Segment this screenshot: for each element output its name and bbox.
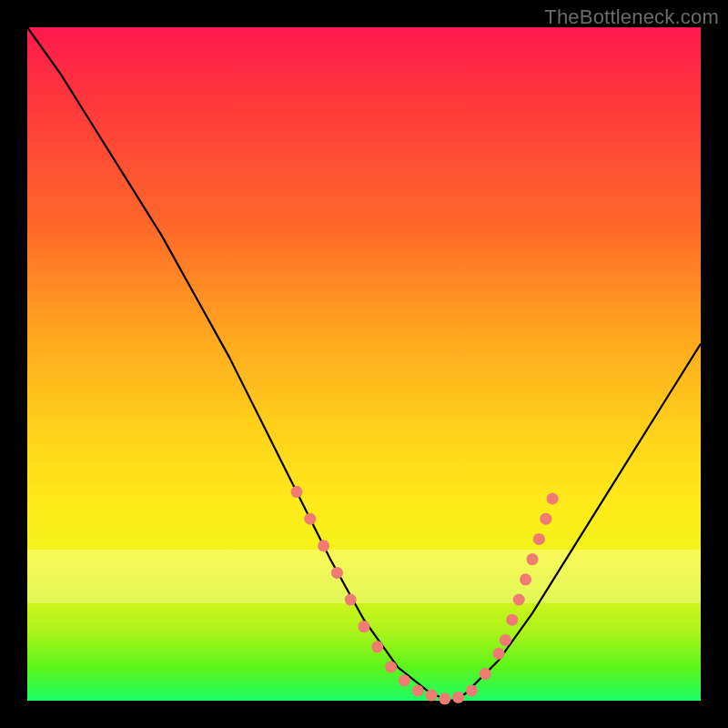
curve-marker xyxy=(466,684,478,696)
curve-marker xyxy=(385,662,397,673)
curve-marker xyxy=(371,641,383,652)
curve-marker xyxy=(533,533,545,545)
chart-frame: TheBottleneck.com xyxy=(0,0,728,728)
curve-marker xyxy=(493,648,505,660)
curve-marker xyxy=(506,614,518,626)
curve-svg xyxy=(27,27,701,701)
curve-marker xyxy=(547,493,559,505)
curve-marker xyxy=(412,684,424,696)
curve-marker xyxy=(439,693,450,704)
curve-marker xyxy=(540,513,551,525)
curve-marker xyxy=(304,513,316,525)
curve-marker xyxy=(480,668,491,680)
curve-marker xyxy=(318,540,329,551)
curve-marker xyxy=(520,573,531,585)
curve-marker xyxy=(331,567,343,579)
curve-marker xyxy=(359,621,370,632)
plot-area xyxy=(27,27,701,701)
curve-marker xyxy=(345,594,357,606)
curve-marker xyxy=(527,553,539,565)
highlighted-points xyxy=(291,486,559,704)
curve-marker xyxy=(426,690,438,702)
curve-marker xyxy=(291,486,303,498)
watermark-text: TheBottleneck.com xyxy=(544,5,719,29)
bottleneck-curve xyxy=(27,27,701,701)
curve-marker xyxy=(399,674,410,686)
curve-marker xyxy=(452,692,464,703)
curve-marker xyxy=(500,634,511,646)
curve-marker xyxy=(513,594,525,606)
